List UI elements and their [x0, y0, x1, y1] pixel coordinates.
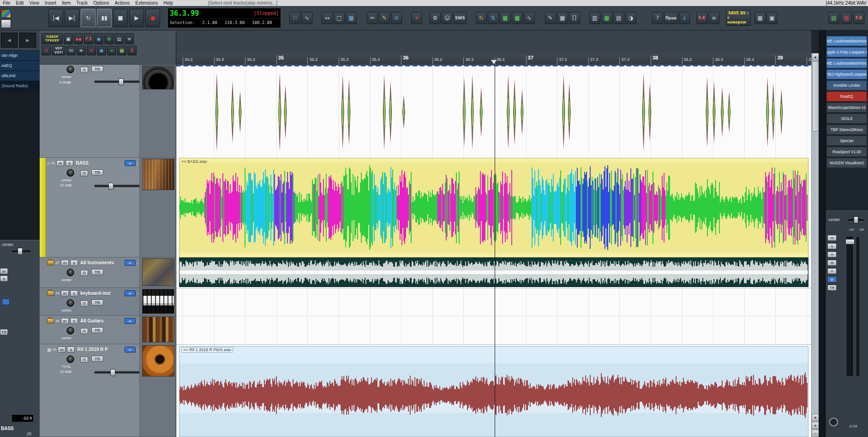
mute-button[interactable]: m [61, 318, 69, 324]
show-all-button[interactable]: ◉ [94, 33, 103, 44]
plugin-window-title-2[interactable]: ultiLimit [0, 71, 40, 81]
mixer-trim-button[interactable]: TR [827, 285, 837, 291]
ruler-tick-38.4[interactable]: 38.4 [744, 57, 754, 65]
fx-item-0[interactable]: ME LoudnessMaximize [826, 36, 867, 46]
pan-knob[interactable] [66, 355, 74, 363]
mixer-pan-slider[interactable] [11, 250, 31, 253]
mixer-solo-button[interactable]: s [0, 275, 8, 281]
ruler-tick-34.3[interactable]: 34.3 [214, 57, 224, 65]
transport-time-display[interactable]: 36.3.99 [Stopped] Selection: 2.1.00 110.… [168, 8, 281, 28]
trim-button[interactable]: TR [91, 66, 103, 72]
link-button[interactable]: ∞ [107, 46, 116, 55]
ruler-tick-37.4[interactable]: 37.4 [619, 57, 629, 65]
solo-button[interactable]: s [70, 290, 78, 296]
trim-button[interactable]: TR [91, 299, 103, 305]
monitor-all-button[interactable]: ◉ [97, 46, 106, 55]
target-button[interactable]: ⊕ [104, 33, 114, 44]
list-mode-button[interactable]: ≡ [125, 33, 134, 44]
solo-button[interactable]: s [70, 318, 78, 324]
pan-knob[interactable] [66, 299, 74, 307]
help-button[interactable]: ? [652, 12, 663, 24]
record-button[interactable]: ● [145, 9, 160, 27]
fx-item-6[interactable]: WaveScopeStereo v2 [826, 102, 867, 113]
pan-knob[interactable] [66, 327, 74, 335]
solo-button[interactable]: s [67, 347, 75, 353]
env-mini-button[interactable]: ⊓ [80, 270, 88, 276]
fx-item-3[interactable]: RBJ Highpass/Lowpass [826, 69, 867, 79]
env-master-button[interactable]: ≡ [77, 46, 86, 55]
ruler-tick-38.3[interactable]: 38.3 [713, 57, 723, 65]
save-as-numbered-button[interactable]: SAVE AS :с номером [726, 10, 751, 26]
env-button[interactable]: -o- [125, 347, 136, 353]
fader-handle[interactable] [119, 78, 124, 85]
sws-badge[interactable]: SWS [454, 12, 467, 24]
volume-fader[interactable] [847, 237, 853, 376]
volume-fader[interactable] [94, 371, 141, 374]
undo-icon[interactable]: ◄ [1, 33, 18, 48]
mute-button[interactable]: m [56, 160, 64, 166]
pan-knob[interactable] [66, 169, 74, 177]
env-mini-button[interactable]: ⊓ [80, 357, 88, 363]
queue-icon[interactable]: ≡ [708, 12, 719, 24]
scroll-down-icon[interactable]: ▼ [812, 414, 819, 421]
zoom-in-button[interactable]: + [812, 422, 819, 429]
ruler-tick-37[interactable]: 37 [526, 55, 533, 65]
trim-button[interactable]: TR [91, 169, 103, 175]
fx-right-button[interactable]: F.X [853, 12, 864, 24]
wave-tool-icon[interactable]: ∿ [524, 12, 535, 24]
menu-track[interactable]: Track [73, 0, 90, 6]
stop-button[interactable]: ■ [113, 9, 128, 27]
mixer-grid-icon[interactable]: ▦ [754, 12, 766, 24]
fx-item-8[interactable]: TBP Stereo2Mono [826, 125, 867, 135]
loop-item-icon[interactable]: ↻ [476, 12, 487, 24]
prav-button[interactable]: Прав [664, 12, 678, 24]
cut-icon[interactable]: ✂ [367, 12, 378, 24]
volume-fader[interactable] [94, 185, 141, 187]
zoom-grid-icon[interactable]: ▦ [346, 12, 357, 24]
mixer-routing-button[interactable]: ∞ [827, 251, 837, 257]
fader-handle[interactable] [110, 369, 115, 376]
magnifier-icon[interactable]: ⊙ [391, 12, 402, 24]
fx-item-11[interactable]: NUGEN Visualizer2 [826, 158, 867, 168]
pan-knob[interactable] [66, 269, 74, 276]
track-all-instruments[interactable]: 27 m s All Instruments -o- ◦ center ⊓ TR [40, 257, 176, 288]
env-mini-button[interactable]: ⊓ [80, 328, 88, 334]
ruler-tick-35[interactable]: 35 [276, 55, 284, 65]
pan-handle[interactable] [18, 248, 23, 255]
solo-button[interactable]: s [70, 260, 78, 266]
timeline-ruler[interactable]: 34.234.334.43535.235.335.43636.236.336.4… [176, 53, 811, 66]
ruler-tick-39.2[interactable]: 39.2 [807, 57, 811, 65]
pan-slider[interactable] [847, 218, 865, 221]
mixer-mute-button[interactable]: m [827, 235, 837, 241]
mixer-trim-button[interactable]: TR [0, 329, 8, 335]
mute-button[interactable]: m [61, 290, 69, 296]
grid-small-button[interactable]: ▦ [117, 46, 126, 55]
menu-options[interactable]: Options [90, 0, 112, 6]
monitor-dot-icon[interactable]: ◦ [137, 347, 138, 352]
track-bass[interactable]: ≡ 25 m s BASS -o- ◦ center -12.4dB ⊓ TR [40, 158, 176, 257]
grid-a-icon[interactable]: ▦ [500, 12, 511, 24]
fader-handle[interactable] [845, 239, 855, 245]
trim-button[interactable]: TR [91, 269, 103, 275]
fx-item-4[interactable]: Invisible Limiter [826, 80, 867, 90]
menu-extensions[interactable]: Extensions [132, 0, 161, 6]
record-arm-all-button[interactable]: ⊙ [42, 46, 51, 55]
monitor-dot-icon[interactable]: ◦ [137, 161, 138, 166]
rif-item[interactable]: << Rif 1 2019 R Pitch.wav [179, 346, 808, 437]
fx-item-9[interactable]: Specan [826, 136, 867, 146]
drums-item[interactable] [179, 67, 808, 157]
vertical-scrollbar[interactable]: ▲ ▼ + − [811, 53, 819, 437]
sheet-icon[interactable]: ▤ [613, 12, 624, 24]
go-to-start-button[interactable]: |◀ [48, 9, 63, 27]
env-mini-button[interactable]: ⊓ [80, 170, 88, 176]
ruler-tick-37.2[interactable]: 37.2 [557, 57, 567, 65]
mixer-wave-icon[interactable]: ∿ [301, 12, 312, 24]
fx-item-7[interactable]: ISOL8 [826, 114, 867, 124]
fx-item-1[interactable]: Apple 2-Pole Lowpass F [826, 47, 867, 57]
mixer-env-button[interactable]: ≡ [827, 268, 837, 274]
menu-help[interactable]: Help [161, 0, 176, 6]
menu-file[interactable]: File [0, 0, 13, 6]
fx-item-2[interactable]: ME LoudnessMaximize [826, 58, 867, 68]
grid-b-icon[interactable]: ▦ [512, 12, 523, 24]
solo-button[interactable]: s [66, 160, 73, 166]
